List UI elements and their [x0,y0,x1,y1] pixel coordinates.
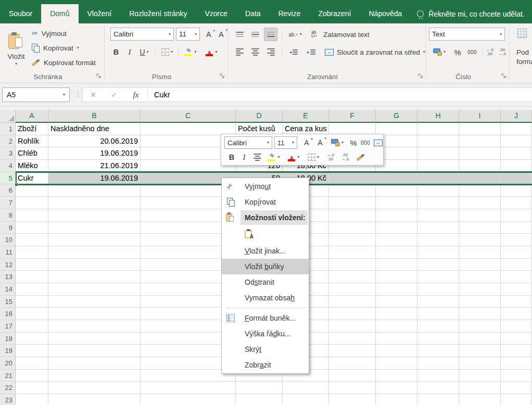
row-header-5[interactable]: 5 [0,172,16,185]
menu-item-hide[interactable]: Skrýt [222,341,309,357]
mini-fill-color-button[interactable]: ▾ [265,151,283,163]
cell-B11[interactable] [48,246,141,259]
cell-H20[interactable] [417,357,459,370]
alignment-dialog-launcher[interactable] [418,73,424,79]
cell-I14[interactable] [459,283,501,296]
cell-I17[interactable] [459,320,501,333]
cell-A8[interactable] [16,209,48,222]
cell-I21[interactable] [459,370,501,382]
tab-soubor[interactable]: Soubor [0,4,41,23]
row-header-13[interactable]: 13 [0,271,16,283]
decrease-indent-button[interactable]: ◂ [286,45,301,59]
align-middle-button[interactable] [248,28,262,41]
cell-H15[interactable] [417,296,459,308]
cell-B12[interactable] [48,259,141,271]
cell-J16[interactable] [501,308,532,320]
decrease-decimal-button[interactable]: ,00→,0 [497,45,508,59]
cell-H17[interactable] [417,320,459,333]
cell-G16[interactable] [376,308,417,320]
align-center-button[interactable] [248,45,262,59]
row-header-22[interactable]: 22 [0,382,16,394]
cell-F19[interactable] [329,345,376,357]
row-header-12[interactable]: 12 [0,259,16,271]
confirm-entry-icon[interactable]: ✓ [104,91,124,99]
tab-rozlo-en-str-nky[interactable]: Rozložení stránky [120,4,196,23]
cell-F16[interactable] [329,308,376,320]
cell-G17[interactable] [376,320,417,333]
mini-shrink-font-button[interactable]: A▾ [314,136,326,149]
cell-B4[interactable]: 21.06.2019 [48,160,141,172]
conditional-formatting-button-cut[interactable]: Pod forma [513,23,532,83]
selection-fill-handle[interactable] [15,183,18,186]
column-header-C[interactable]: C [141,110,236,123]
cell-G8[interactable] [376,209,417,222]
cell-F12[interactable] [329,259,376,271]
cell-B13[interactable] [48,271,141,283]
cell-B17[interactable] [48,320,141,333]
cell-B2[interactable]: 20.06.2019 [48,135,141,148]
column-header-E[interactable]: E [283,110,329,123]
cell-H19[interactable] [417,345,459,357]
cell-H22[interactable] [417,382,459,394]
column-header-H[interactable]: H [417,110,459,123]
cell-A2[interactable]: Rohlík [16,135,48,148]
cell-G7[interactable] [376,197,417,209]
cell-J2[interactable] [501,135,532,148]
cell-J19[interactable] [501,345,532,357]
paste-button[interactable]: Vložit ▾ [3,27,29,71]
menu-item-unhide[interactable]: Zobrazit [222,357,309,373]
cell-H21[interactable] [417,370,459,382]
cell-J14[interactable] [501,283,532,296]
cell-A21[interactable] [16,370,48,382]
mini-decrease-decimal-button[interactable]: ,00→,0 [339,151,351,163]
cell-B23[interactable] [48,394,141,405]
cell-A6[interactable] [16,184,48,197]
cell-D22[interactable] [236,382,283,394]
cell-F7[interactable] [329,197,376,209]
accounting-format-button[interactable]: ▾ [429,45,450,59]
cell-G23[interactable] [376,394,417,405]
cell-B16[interactable] [48,308,141,320]
cell-H14[interactable] [417,283,459,296]
cell-I5[interactable] [459,172,501,185]
increase-indent-button[interactable]: ▸ [303,45,319,59]
cell-A15[interactable] [16,296,48,308]
cell-I12[interactable] [459,259,501,271]
name-box[interactable]: A5 ▾ [2,87,70,102]
cell-B8[interactable] [48,209,141,222]
cell-J1[interactable] [501,123,532,135]
mini-percent-button[interactable]: % [348,136,359,149]
cell-I6[interactable] [459,184,501,197]
cell-F10[interactable] [329,234,376,246]
cell-I22[interactable] [459,382,501,394]
cell-I18[interactable] [459,333,501,345]
cell-E22[interactable] [283,382,329,394]
cell-B7[interactable] [48,197,141,209]
tab-zobrazen-[interactable]: Zobrazení [309,4,360,23]
mini-bold-button[interactable]: B [226,151,237,163]
percent-style-button[interactable]: % [452,45,463,59]
cell-J4[interactable] [501,160,532,172]
mini-merge-button[interactable]: ↔ [373,136,383,149]
format-painter-button[interactable]: Kopírovat formát [30,56,96,69]
menu-item-paste-special[interactable]: Vložit jinak... [222,243,309,259]
cell-F17[interactable] [329,320,376,333]
cell-H18[interactable] [417,333,459,345]
row-header-11[interactable]: 11 [0,246,16,259]
menu-item-row-height[interactable]: Výška řádku... [222,326,309,341]
merge-center-button[interactable]: ↔ Sloučit a zarovnat na střed ▾ [324,45,426,59]
cell-A14[interactable] [16,283,48,296]
cell-B20[interactable] [48,357,141,370]
cell-H8[interactable] [417,209,459,222]
tab-n-pov-da[interactable]: Nápověda [360,4,411,23]
cell-J11[interactable] [501,246,532,259]
cell-A11[interactable] [16,246,48,259]
align-top-button[interactable] [233,28,246,41]
shrink-font-button[interactable]: A▾ [216,28,227,41]
row-header-16[interactable]: 16 [0,308,16,320]
cell-A3[interactable]: Chléb [16,147,48,160]
cell-H1[interactable] [417,123,459,135]
cell-J21[interactable] [501,370,532,382]
cell-A13[interactable] [16,271,48,283]
menu-item-clear-contents[interactable]: Vymazat obsah [222,290,309,306]
